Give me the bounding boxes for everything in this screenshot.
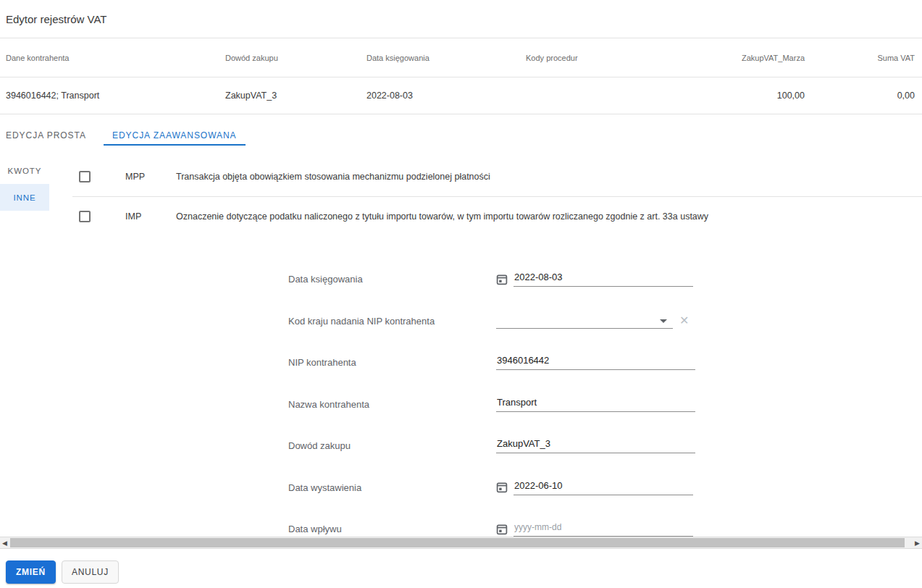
- kod-kraju-select[interactable]: [496, 313, 673, 329]
- section-nav: KWOTY INNE: [0, 157, 72, 550]
- col-data-ksiegowania: Data księgowania: [366, 54, 526, 62]
- clear-icon[interactable]: ✕: [679, 315, 689, 327]
- tab-edycja-prosta[interactable]: EDYCJA PROSTA: [6, 127, 93, 146]
- field-label: Nazwa kontrahenta: [288, 399, 496, 410]
- scroll-right-icon[interactable]: ▶: [915, 539, 920, 547]
- field-label: Dowód zakupu: [288, 440, 496, 451]
- anuluj-button[interactable]: ANULUJ: [62, 560, 119, 584]
- calendar-icon[interactable]: [496, 274, 508, 285]
- cell-suma-vat: 0,00: [805, 91, 915, 101]
- mpp-checkbox[interactable]: [79, 171, 91, 182]
- form-row-nip-kontrahenta: NIP kontrahenta: [72, 342, 922, 384]
- content-area: KWOTY INNE MPP Transakcja objęta obowiąz…: [0, 157, 922, 550]
- chevron-down-icon[interactable]: [660, 319, 667, 323]
- col-dowod-zakupu: Dowód zakupu: [225, 54, 366, 62]
- flag-code-mpp: MPP: [125, 172, 176, 182]
- table-header-row: Dane kontrahenta Dowód zakupu Data księg…: [0, 38, 922, 77]
- field-label: Data wystawienia: [288, 482, 496, 493]
- dowod-zakupu-input[interactable]: [496, 438, 695, 453]
- flag-list: MPP Transakcja objęta obowiązkiem stosow…: [72, 157, 922, 235]
- page-title: Edytor rejestrów VAT: [6, 13, 106, 25]
- sidebar-item-kwoty[interactable]: KWOTY: [0, 157, 49, 184]
- form-row-kod-kraju: Kod kraju nadania NIP kontrahenta ✕: [72, 301, 922, 343]
- col-kody-procedur: Kody procedur: [526, 54, 700, 62]
- scrollbar-thumb[interactable]: [10, 538, 905, 547]
- scroll-left-icon[interactable]: ◀: [2, 539, 7, 547]
- vat-record-table: Dane kontrahenta Dowód zakupu Data księg…: [0, 38, 922, 114]
- col-suma-vat: Suma VAT: [805, 54, 915, 62]
- flag-code-imp: IMP: [125, 211, 176, 222]
- field-label: NIP kontrahenta: [288, 357, 496, 368]
- inne-panel: MPP Transakcja objęta obowiązkiem stosow…: [72, 157, 922, 550]
- imp-checkbox[interactable]: [79, 211, 91, 222]
- flag-description-mpp: Transakcja objęta obowiązkiem stosowania…: [176, 172, 499, 182]
- form-row-data-ksiegowania: Data księgowania: [72, 259, 922, 301]
- sidebar-item-inne[interactable]: INNE: [0, 184, 49, 211]
- calendar-icon[interactable]: [496, 524, 508, 535]
- horizontal-scrollbar[interactable]: ◀ ▶: [0, 537, 922, 549]
- calendar-icon[interactable]: [496, 482, 508, 493]
- form-row-data-wystawienia: Data wystawienia: [72, 467, 922, 509]
- field-label: Kod kraju nadania NIP kontrahenta: [288, 316, 496, 327]
- nazwa-kontrahenta-input[interactable]: [496, 397, 695, 412]
- action-bar: ZMIEŃ ANULUJ: [6, 560, 119, 584]
- edit-mode-tabs: EDYCJA PROSTA EDYCJA ZAAWANSOWANA: [6, 127, 922, 146]
- data-wplywu-input[interactable]: [514, 521, 693, 537]
- flag-row-imp: IMP Oznaczenie dotyczące podatku naliczo…: [72, 196, 922, 235]
- col-dane-kontrahenta: Dane kontrahenta: [6, 54, 225, 62]
- window-header: Edytor rejestrów VAT: [0, 0, 922, 38]
- cell-zakupvat-marza: 100,00: [700, 91, 805, 101]
- advanced-edit-form: Data księgowania Kod kraju nadania NIP k…: [72, 259, 922, 550]
- field-label: Data księgowania: [288, 274, 496, 285]
- zmien-button[interactable]: ZMIEŃ: [6, 560, 56, 584]
- flag-description-imp: Oznaczenie dotyczące podatku naliczonego…: [176, 211, 717, 222]
- form-row-nazwa-kontrahenta: Nazwa kontrahenta: [72, 384, 922, 426]
- table-row[interactable]: 3946016442; Transport ZakupVAT_3 2022-08…: [0, 77, 922, 114]
- col-zakupvat-marza: ZakupVAT_Marza: [700, 54, 805, 62]
- cell-dowod-zakupu: ZakupVAT_3: [225, 91, 366, 101]
- field-label: Data wpływu: [288, 524, 496, 534]
- cell-data-ksiegowania: 2022-08-03: [366, 91, 526, 101]
- flag-row-mpp: MPP Transakcja objęta obowiązkiem stosow…: [72, 157, 922, 196]
- data-wystawienia-input[interactable]: [514, 480, 693, 495]
- form-row-dowod-zakupu: Dowód zakupu: [72, 425, 922, 467]
- tab-edycja-zaawansowana[interactable]: EDYCJA ZAAWANSOWANA: [104, 127, 246, 146]
- nip-kontrahenta-input[interactable]: [496, 355, 695, 370]
- cell-dane-kontrahenta: 3946016442; Transport: [6, 91, 225, 101]
- data-ksiegowania-input[interactable]: [514, 272, 693, 287]
